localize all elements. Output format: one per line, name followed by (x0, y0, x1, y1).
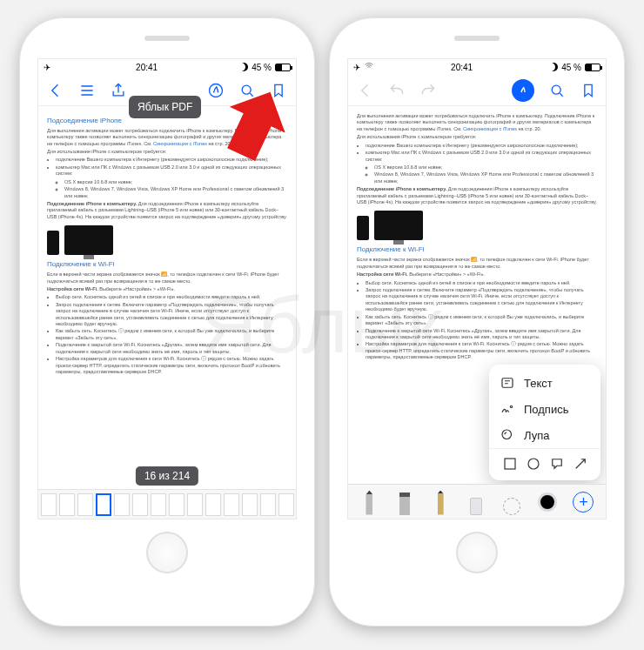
doc-illustration (47, 225, 287, 255)
markup-button[interactable] (207, 82, 225, 99)
share-button[interactable] (110, 82, 127, 99)
doc-para: Для выполнения активации может потребова… (357, 113, 597, 132)
page-thumb[interactable] (187, 493, 203, 516)
svg-rect-4 (502, 379, 513, 388)
doc-para: Для использования iPhone с компьютером т… (47, 149, 287, 155)
page-thumb-current[interactable] (96, 493, 111, 516)
tool-lasso[interactable] (502, 489, 521, 515)
doc-heading-2: Подключение к Wi-Fi (357, 245, 597, 255)
status-bar: ✈︎ 20:41 45 % (38, 59, 296, 75)
wifi-icon (364, 61, 374, 73)
toolbar-markup (348, 75, 606, 106)
redo-button[interactable] (419, 82, 437, 99)
shape-circle[interactable] (526, 456, 541, 472)
status-left: ✈︎ (44, 63, 54, 72)
add-popover: Текст Подпись Лупа (489, 365, 600, 480)
airplane-icon: ✈︎ (44, 63, 50, 72)
bookmark-button[interactable] (270, 82, 287, 99)
add-button[interactable]: + (573, 492, 594, 513)
filename-tooltip: Яблык PDF (129, 96, 201, 118)
page-thumb[interactable] (151, 493, 166, 516)
battery-icon (585, 64, 600, 71)
doc-list: подключение Вашего компьютера к Интернет… (357, 143, 597, 185)
page-thumb[interactable] (224, 493, 239, 516)
page-thumb[interactable] (278, 493, 294, 516)
tool-pen[interactable] (359, 489, 379, 515)
home-button[interactable] (456, 532, 498, 573)
screen-right: ✈︎ 20:41 45 % Для выполнения активации м… (347, 58, 607, 519)
tool-marker[interactable] (395, 489, 414, 515)
shape-speech[interactable] (549, 456, 565, 472)
doc-para: Подсоединение iPhone к компьютеру. Для п… (47, 201, 287, 220)
phone-speaker (144, 36, 190, 41)
page-indicator: 16 из 214 (136, 466, 198, 486)
comparison-stage: ✈︎ 20:41 45 % (0, 0, 644, 644)
phone-left: ✈︎ 20:41 45 % (19, 17, 315, 627)
status-bar: ✈︎ 20:41 45 % (348, 59, 606, 75)
page-thumb[interactable] (242, 493, 258, 516)
shape-square[interactable] (502, 456, 518, 472)
status-time: 20:41 (136, 63, 158, 72)
popover-signature[interactable]: Подпись (489, 396, 600, 422)
outline-button[interactable] (78, 82, 96, 99)
markup-toolbar: + (348, 484, 606, 519)
status-right: 45 % (239, 63, 291, 72)
doc-list: Выбор сети. Коснитесь одной из сетей в с… (357, 280, 597, 361)
phone-speaker (454, 36, 500, 41)
tool-pencil[interactable] (431, 489, 450, 515)
color-swatch[interactable] (538, 493, 557, 512)
doc-para: Подсоединение iPhone к компьютеру. Для п… (357, 186, 597, 205)
battery-icon (275, 64, 291, 71)
airplane-icon: ✈︎ (353, 63, 360, 72)
home-button[interactable] (146, 532, 188, 573)
svg-point-5 (502, 430, 512, 439)
svg-point-7 (528, 459, 539, 469)
back-button[interactable] (47, 82, 64, 99)
page-thumb[interactable] (77, 493, 93, 516)
popover-text[interactable]: Текст (489, 370, 600, 396)
doc-para: Если в верхней части экрана отображается… (47, 271, 287, 285)
shape-arrow[interactable] (573, 456, 588, 472)
dnd-icon (239, 63, 248, 71)
screen-left: ✈︎ 20:41 45 % (37, 58, 297, 519)
tool-eraser[interactable] (466, 489, 486, 515)
thumbnail-strip[interactable] (38, 489, 296, 519)
undo-button[interactable] (388, 82, 406, 99)
status-time: 20:41 (451, 63, 473, 72)
doc-list: подключение Вашего компьютера к Интернет… (47, 157, 287, 199)
doc-list: Выбор сети. Коснитесь одной из сетей в с… (47, 294, 287, 375)
doc-para: Настройка сети Wi-Fi. Выберите «Настройк… (47, 286, 287, 292)
svg-point-0 (210, 84, 223, 97)
battery-pct: 45 % (252, 63, 272, 72)
search-button[interactable] (238, 82, 256, 99)
doc-illustration (357, 211, 597, 240)
dnd-icon (549, 63, 558, 71)
doc-para: Для использования iPhone с компьютером т… (357, 134, 597, 140)
svg-point-1 (242, 85, 251, 94)
doc-para: Настройка сети Wi-Fi. Выберите «Настройк… (357, 271, 597, 278)
page-thumb[interactable] (205, 493, 221, 516)
page-thumb[interactable] (59, 493, 75, 516)
popover-shapes (489, 448, 600, 475)
phone-right: ✈︎ 20:41 45 % Для выполнения активации м… (329, 17, 625, 627)
search-button[interactable] (548, 82, 566, 99)
battery-pct: 45 % (561, 63, 581, 72)
page-thumb[interactable] (41, 493, 57, 516)
pdf-page[interactable]: Подсоединение iPhone Для выполнения акти… (38, 106, 296, 519)
page-thumb[interactable] (114, 493, 130, 516)
page-thumb[interactable] (132, 493, 148, 516)
doc-heading-2: Подключение к Wi-Fi (47, 260, 287, 270)
popover-magnifier[interactable]: Лупа (489, 422, 600, 448)
page-thumb[interactable] (260, 493, 276, 516)
page-thumb[interactable] (169, 493, 184, 516)
svg-rect-6 (505, 459, 515, 469)
back-button[interactable] (357, 82, 374, 99)
doc-para: Для выполнения активации может потребова… (47, 128, 287, 147)
svg-point-3 (552, 85, 560, 94)
doc-para: Если в верхней части экрана отображается… (357, 257, 597, 270)
bookmark-button[interactable] (580, 82, 597, 99)
markup-button-active[interactable] (512, 79, 534, 102)
